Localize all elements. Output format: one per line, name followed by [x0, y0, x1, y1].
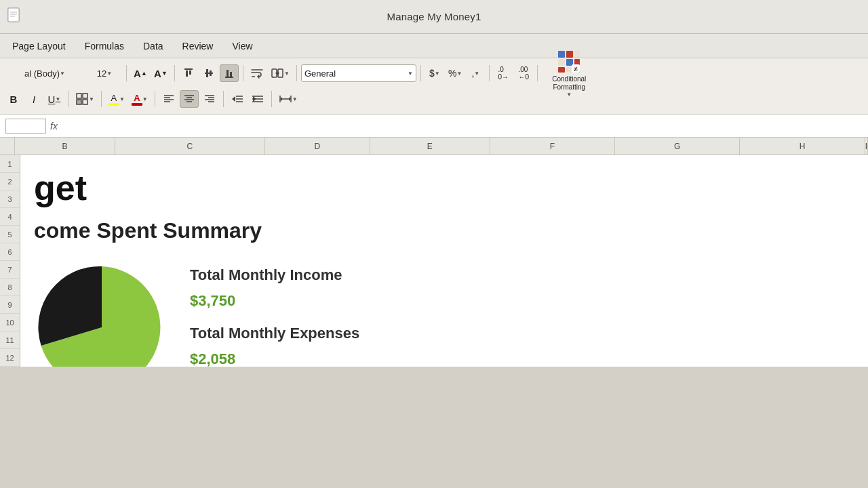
column-width-btn[interactable]: ▼: [276, 90, 300, 108]
spreadsheet-body: 1 2 3 4 5 6 7 8 9 10 11 12 get come Spen…: [0, 155, 868, 367]
svg-rect-9: [206, 69, 208, 73]
pie-chart: [34, 260, 170, 367]
section-title: come Spent Summary: [34, 218, 854, 243]
menu-data[interactable]: Data: [134, 38, 173, 54]
indent-decrease-btn[interactable]: [228, 90, 247, 108]
menu-bar: Page Layout Formulas Data Review View: [0, 34, 868, 58]
toolbar-row-2: B I U ▼ ▼ A ▼: [4, 87, 864, 111]
row-num-1[interactable]: 1: [0, 155, 20, 173]
svg-rect-23: [566, 59, 573, 66]
conditional-formatting-icon: ≠: [557, 49, 581, 74]
merge-arrow: ▼: [284, 70, 290, 77]
menu-formulas[interactable]: Formulas: [75, 38, 134, 54]
align-middle-btn[interactable]: [199, 64, 218, 82]
col-header-I[interactable]: I: [865, 138, 868, 155]
row-num-8[interactable]: 8: [0, 279, 20, 296]
menu-view[interactable]: View: [222, 38, 262, 54]
row-num-4[interactable]: 4: [0, 208, 20, 226]
svg-rect-30: [77, 94, 81, 98]
toolbar-row-1: al (Body) ▼ 12 ▼ A▲ A▼: [4, 61, 864, 85]
menu-page-layout[interactable]: Page Layout: [3, 38, 75, 54]
total-expenses-label: Total Monthly Expenses: [190, 325, 359, 342]
borders-btn[interactable]: ▼: [73, 90, 97, 108]
font-size-dropdown[interactable]: 12 ▼: [87, 64, 122, 82]
sep1: [126, 65, 127, 81]
svg-rect-12: [210, 74, 212, 76]
svg-rect-14: [226, 70, 229, 77]
row-num-5[interactable]: 5: [0, 226, 20, 243]
svg-rect-22: [558, 59, 565, 66]
currency-btn[interactable]: $ ▼: [425, 64, 444, 82]
sep-b2: [101, 91, 102, 107]
sep4: [296, 65, 297, 81]
svg-rect-10: [210, 70, 212, 73]
row-num-6[interactable]: 6: [0, 243, 20, 261]
font-size-increase-btn[interactable]: A▲: [131, 64, 150, 82]
merge-cells-btn[interactable]: ▼: [268, 64, 292, 82]
text-align-center-btn[interactable]: [180, 90, 199, 108]
budget-title: get: [34, 169, 854, 207]
font-name-arrow: ▼: [60, 70, 65, 77]
title-bar: Manage My Money1: [0, 0, 868, 34]
total-income-label: Total Monthly Income: [190, 266, 359, 284]
bold-btn[interactable]: B: [4, 90, 23, 108]
sep2: [174, 65, 175, 81]
italic-btn[interactable]: I: [24, 90, 43, 108]
number-format-dropdown[interactable]: General ▼: [301, 64, 416, 82]
total-expenses-value: $2,058: [190, 350, 359, 367]
fx-label: fx: [50, 121, 58, 131]
row-num-11[interactable]: 11: [0, 331, 20, 349]
highlight-color-btn[interactable]: A ▼: [106, 90, 127, 108]
svg-rect-31: [83, 94, 87, 98]
increase-decimal-btn[interactable]: .00→: [494, 64, 513, 82]
svg-rect-11: [206, 74, 208, 77]
percent-btn[interactable]: % ▼: [446, 64, 465, 82]
row-num-3[interactable]: 3: [0, 190, 20, 208]
row-header-corner: [0, 138, 15, 155]
font-color-btn[interactable]: A ▼: [129, 90, 151, 108]
cell-reference-box[interactable]: [5, 119, 46, 134]
sep-b5: [271, 91, 272, 107]
text-align-left-btn[interactable]: [159, 90, 178, 108]
svg-rect-6: [186, 70, 188, 77]
text-align-right-btn[interactable]: [200, 90, 219, 108]
svg-rect-21: [574, 51, 580, 58]
font-name-dropdown[interactable]: al (Body) ▼: [4, 64, 85, 82]
column-headers: B C D E F G H I: [0, 138, 868, 155]
svg-rect-7: [189, 70, 191, 75]
menu-review[interactable]: Review: [173, 38, 223, 54]
formula-input[interactable]: [64, 119, 863, 134]
font-size-decrease-btn[interactable]: A▼: [151, 64, 170, 82]
cells-area: get come Spent Summary: [20, 155, 868, 367]
font-size-arrow: ▼: [106, 70, 112, 77]
summary-data-panel: Total Monthly Income $3,750 Total Monthl…: [190, 260, 359, 367]
indent-increase-btn[interactable]: [248, 90, 267, 108]
col-header-E[interactable]: E: [370, 138, 490, 155]
sep6: [489, 65, 490, 81]
col-header-D[interactable]: D: [265, 138, 370, 155]
underline-btn[interactable]: U ▼: [45, 90, 64, 108]
align-bottom-btn[interactable]: [220, 64, 239, 82]
number-format-arrow: ▼: [408, 70, 413, 77]
col-header-G[interactable]: G: [615, 138, 740, 155]
window-controls: [5, 7, 24, 26]
decrease-decimal-btn[interactable]: .00←0: [514, 64, 533, 82]
row-num-7[interactable]: 7: [0, 261, 20, 279]
row-num-12[interactable]: 12: [0, 349, 20, 367]
row-num-10[interactable]: 10: [0, 314, 20, 331]
sep3: [243, 65, 243, 81]
document-icon: [5, 7, 24, 26]
wrap-text-btn[interactable]: [248, 64, 267, 82]
summary-area: Total Monthly Income $3,750 Total Monthl…: [34, 260, 854, 367]
sep-b3: [155, 91, 155, 107]
col-header-B[interactable]: B: [15, 138, 115, 155]
col-header-F[interactable]: F: [490, 138, 615, 155]
col-header-C[interactable]: C: [115, 138, 265, 155]
col-header-H[interactable]: H: [740, 138, 865, 155]
row-num-9[interactable]: 9: [0, 296, 20, 314]
row-num-2[interactable]: 2: [0, 173, 20, 190]
svg-rect-1: [8, 8, 19, 22]
comma-btn[interactable]: , ▼: [466, 64, 485, 82]
spreadsheet-content: get come Spent Summary: [20, 155, 868, 367]
align-top-btn[interactable]: [179, 64, 198, 82]
